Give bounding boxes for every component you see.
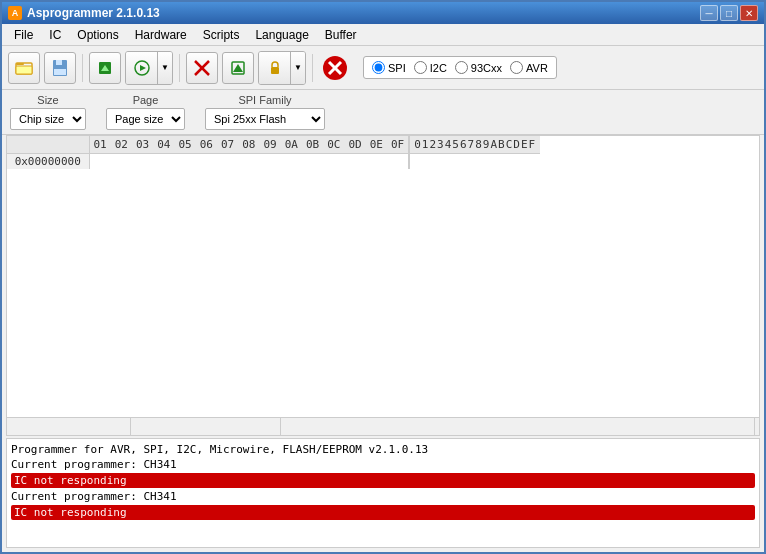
- menu-language[interactable]: Language: [247, 26, 316, 44]
- status-seg-3: [281, 418, 755, 435]
- hex-cell-0-e: [366, 154, 387, 170]
- col-header-05: 05: [175, 136, 196, 154]
- maximize-btn[interactable]: □: [720, 5, 738, 21]
- status-seg-1: [11, 418, 131, 435]
- log-area[interactable]: Programmer for AVR, SPI, I2C, Microwire,…: [6, 438, 760, 548]
- col-header-0e: 0E: [366, 136, 387, 154]
- ascii-cell-0: [409, 154, 540, 170]
- hex-header-row: 01 02 03 04 05 06 07 08 09 0A 0B 0C: [7, 136, 540, 154]
- svg-marker-13: [233, 64, 243, 72]
- hex-cell-0-4: [153, 154, 174, 170]
- hex-grid-wrapper: 01 02 03 04 05 06 07 08 09 0A 0B 0C: [6, 135, 760, 436]
- spi-family-dropdown[interactable]: Spi 25xx Flash: [205, 108, 325, 130]
- hex-cell-0-3: [132, 154, 153, 170]
- hex-cell-0-5: [175, 154, 196, 170]
- spi-family-label: SPI Family: [205, 94, 325, 106]
- verify-btn[interactable]: [259, 52, 291, 84]
- hex-cell-0-9: [260, 154, 281, 170]
- 93cxx-radio-option[interactable]: 93Cxx: [455, 61, 502, 74]
- hex-addr-0: 0x00000000: [7, 154, 89, 170]
- verify-dropdown-btn[interactable]: ▼: [291, 52, 305, 84]
- col-header-0b: 0B: [302, 136, 323, 154]
- col-header-0d: 0D: [345, 136, 366, 154]
- avr-radio[interactable]: [510, 61, 523, 74]
- 93cxx-radio[interactable]: [455, 61, 468, 74]
- auto-dropdown-btn[interactable]: ▼: [158, 52, 172, 84]
- hex-cell-0-c: [323, 154, 344, 170]
- hex-status-bar: [7, 417, 759, 435]
- size-label: Size: [10, 94, 86, 106]
- size-dropdown[interactable]: Chip size: [10, 108, 86, 130]
- log-line-2: IC not responding: [11, 473, 755, 488]
- hex-cell-0-8: [238, 154, 259, 170]
- page-label: Page: [106, 94, 185, 106]
- window-controls: ─ □ ✕: [700, 5, 758, 21]
- menu-options[interactable]: Options: [69, 26, 126, 44]
- menu-bar: File IC Options Hardware Scripts Languag…: [2, 24, 764, 46]
- menu-scripts[interactable]: Scripts: [195, 26, 248, 44]
- hex-grid-table: 01 02 03 04 05 06 07 08 09 0A 0B 0C: [7, 136, 540, 169]
- svg-rect-14: [271, 67, 279, 74]
- write-btn[interactable]: [222, 52, 254, 84]
- hex-cell-0-2: [111, 154, 132, 170]
- hex-cell-0-1: [89, 154, 111, 170]
- col-header-01: 01: [89, 136, 111, 154]
- auto-btn-group: ▼: [125, 51, 173, 85]
- col-header-08: 08: [238, 136, 259, 154]
- col-header-04: 04: [153, 136, 174, 154]
- col-header-06: 06: [196, 136, 217, 154]
- log-line-0: Programmer for AVR, SPI, I2C, Microwire,…: [11, 443, 755, 456]
- menu-buffer[interactable]: Buffer: [317, 26, 365, 44]
- interface-radio-group: SPI I2C 93Cxx AVR: [363, 56, 557, 79]
- svg-rect-5: [54, 69, 66, 75]
- col-header-02: 02: [111, 136, 132, 154]
- size-control-group: Size Chip size: [10, 94, 86, 130]
- addr-header: [7, 136, 89, 154]
- i2c-radio[interactable]: [414, 61, 427, 74]
- toolbar: ▼ ▼ SPI I: [2, 46, 764, 90]
- svg-rect-2: [16, 66, 32, 74]
- title-bar: A Asprogrammer 2.1.0.13 ─ □ ✕: [2, 2, 764, 24]
- app-icon: A: [8, 6, 22, 20]
- 93cxx-label: 93Cxx: [471, 62, 502, 74]
- erase-btn[interactable]: [186, 52, 218, 84]
- separator-3: [312, 54, 313, 82]
- main-area: 01 02 03 04 05 06 07 08 09 0A 0B 0C: [2, 135, 764, 552]
- svg-marker-9: [140, 65, 146, 71]
- page-dropdown[interactable]: Page size: [106, 108, 185, 130]
- spi-radio[interactable]: [372, 61, 385, 74]
- close-btn[interactable]: ✕: [740, 5, 758, 21]
- hex-data-row-0: 0x00000000: [7, 154, 540, 170]
- status-seg-2: [131, 418, 281, 435]
- hex-cell-0-d: [345, 154, 366, 170]
- hex-cell-0-7: [217, 154, 238, 170]
- i2c-label: I2C: [430, 62, 447, 74]
- stop-btn[interactable]: [319, 52, 351, 84]
- log-line-4: IC not responding: [11, 505, 755, 520]
- hex-cell-0-f: [387, 154, 409, 170]
- col-header-0c: 0C: [323, 136, 344, 154]
- menu-hardware[interactable]: Hardware: [127, 26, 195, 44]
- avr-label: AVR: [526, 62, 548, 74]
- log-line-3: Current programmer: CH341: [11, 490, 755, 503]
- title-bar-left: A Asprogrammer 2.1.0.13: [8, 6, 160, 20]
- menu-ic[interactable]: IC: [41, 26, 69, 44]
- spi-label: SPI: [388, 62, 406, 74]
- read-chip-btn[interactable]: [89, 52, 121, 84]
- spi-radio-option[interactable]: SPI: [372, 61, 406, 74]
- minimize-btn[interactable]: ─: [700, 5, 718, 21]
- verify-btn-group: ▼: [258, 51, 306, 85]
- col-header-0a: 0A: [281, 136, 302, 154]
- open-file-btn[interactable]: [8, 52, 40, 84]
- page-control-group: Page Page size: [106, 94, 185, 130]
- avr-radio-option[interactable]: AVR: [510, 61, 548, 74]
- auto-btn[interactable]: [126, 52, 158, 84]
- i2c-radio-option[interactable]: I2C: [414, 61, 447, 74]
- hex-cell-0-a: [281, 154, 302, 170]
- svg-rect-4: [56, 60, 62, 65]
- separator-1: [82, 54, 83, 82]
- menu-file[interactable]: File: [6, 26, 41, 44]
- save-file-btn[interactable]: [44, 52, 76, 84]
- separator-2: [179, 54, 180, 82]
- hex-grid-scroll[interactable]: 01 02 03 04 05 06 07 08 09 0A 0B 0C: [7, 136, 759, 417]
